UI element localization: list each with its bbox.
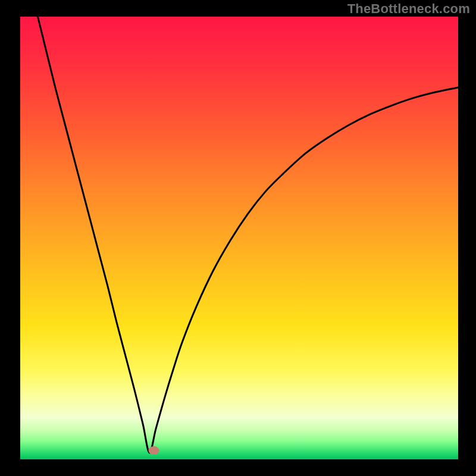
minimum-marker <box>148 446 159 455</box>
gradient-background <box>20 17 458 459</box>
watermark-text: TheBottleneck.com <box>347 1 470 17</box>
plot-area <box>20 17 458 459</box>
plot-svg <box>20 17 458 459</box>
chart-frame: TheBottleneck.com <box>0 0 476 476</box>
